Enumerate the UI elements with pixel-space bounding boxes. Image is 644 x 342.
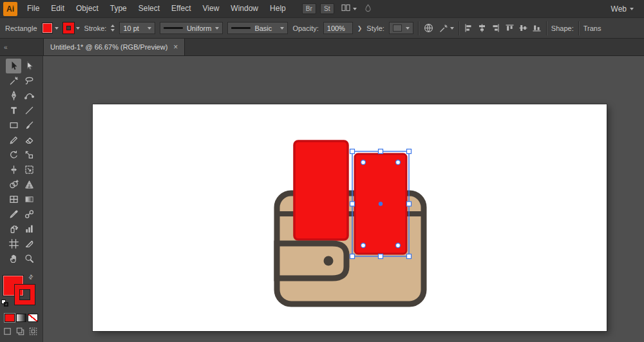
menu-edit[interactable]: Edit — [45, 0, 70, 17]
stroke-weight-field[interactable]: 10 pt — [119, 22, 155, 34]
stroke-weight-stepper[interactable] — [111, 24, 115, 32]
mesh-tool[interactable] — [6, 192, 21, 207]
live-corner-widget[interactable] — [361, 243, 366, 248]
collapse-toolbar-chevrons[interactable]: « — [0, 39, 43, 55]
align-vertical-top-button[interactable] — [505, 23, 515, 33]
wallet-button-shape[interactable] — [324, 256, 334, 266]
style-swatch-icon — [393, 24, 402, 32]
column-graph-tool[interactable] — [21, 222, 37, 236]
caret-down-icon — [630, 8, 634, 10]
workspace-switcher[interactable]: Web — [611, 5, 634, 14]
none-button[interactable] — [28, 314, 38, 322]
stroke-proxy-swatch[interactable] — [15, 285, 35, 305]
paintbrush-tool[interactable] — [21, 118, 37, 133]
selection-handle[interactable] — [350, 149, 355, 154]
symbol-sprayer-tool[interactable] — [6, 222, 21, 236]
artboard[interactable] — [93, 104, 607, 331]
scale-tool[interactable] — [21, 147, 37, 162]
direct-selection-tool[interactable] — [21, 59, 37, 73]
rectangle-tool[interactable] — [6, 118, 21, 133]
free-transform-tool[interactable] — [21, 162, 37, 177]
tab-close-button[interactable]: × — [173, 43, 178, 51]
draw-behind-mode-icon[interactable] — [15, 327, 25, 336]
curvature-tool[interactable] — [21, 88, 37, 103]
select-similar-button[interactable] — [439, 23, 454, 33]
caret-down-icon — [215, 27, 219, 30]
tool-icon — [8, 179, 19, 190]
style-dropdown[interactable] — [389, 22, 413, 34]
fill-stroke-control: ⇄ — [1, 275, 41, 307]
selection-handle[interactable] — [407, 202, 412, 206]
opacity-label: Opacity: — [292, 24, 318, 32]
shape-builder-tool[interactable] — [6, 177, 21, 192]
wallet-pocket-shape[interactable] — [277, 243, 346, 278]
menu-select[interactable]: Select — [133, 0, 166, 17]
menu-window[interactable]: Window — [225, 0, 264, 17]
selection-tool[interactable] — [6, 59, 21, 73]
live-corner-widget[interactable] — [396, 160, 401, 165]
zoom-tool[interactable] — [21, 251, 37, 266]
caret-down-icon — [353, 8, 357, 10]
selection-handle[interactable] — [379, 254, 383, 259]
stroke-color-control[interactable] — [63, 23, 80, 33]
red-card-shape[interactable] — [294, 141, 348, 240]
align-horizontal-left-button[interactable] — [464, 23, 473, 33]
type-tool[interactable] — [6, 103, 21, 118]
touch-workspace-button[interactable] — [363, 3, 373, 15]
menu-view[interactable]: View — [197, 0, 225, 17]
lasso-tool[interactable] — [21, 73, 37, 88]
default-fill-stroke-button[interactable] — [1, 299, 10, 307]
pen-tool[interactable] — [6, 88, 21, 103]
go-to-bridge-button[interactable]: Br — [302, 3, 316, 14]
adobe-stock-button[interactable]: St — [320, 3, 334, 14]
rotate-tool[interactable] — [6, 147, 21, 162]
tool-icon — [8, 105, 19, 116]
align-vertical-bottom-button[interactable] — [532, 23, 542, 33]
selection-handle[interactable] — [407, 254, 412, 259]
brush-definition-dropdown[interactable]: Basic — [227, 22, 288, 34]
arrange-documents-button[interactable] — [341, 3, 357, 15]
hand-tool[interactable] — [6, 251, 21, 266]
recolor-artwork-button[interactable] — [423, 23, 434, 33]
magic-wand-tool[interactable] — [6, 73, 21, 88]
document-tab[interactable]: Untitled-1* @ 66.67% (RGB/Preview) × — [43, 39, 185, 55]
canvas-pasteboard[interactable] — [43, 56, 644, 342]
selection-handle[interactable] — [379, 149, 383, 154]
selection-handle[interactable] — [407, 149, 412, 154]
width-tool[interactable] — [6, 162, 21, 177]
pencil-tool[interactable] — [6, 133, 21, 147]
blend-tool[interactable] — [21, 207, 37, 222]
align-horizontal-right-button[interactable] — [491, 23, 500, 33]
live-corner-widget[interactable] — [396, 243, 401, 248]
width-profile-dropdown[interactable]: Uniform — [160, 22, 223, 34]
fill-color-control[interactable] — [42, 23, 59, 33]
artboard-tool[interactable] — [6, 236, 21, 251]
selection-handle[interactable] — [350, 202, 355, 206]
slice-tool[interactable] — [21, 236, 37, 251]
opacity-panel-chevron-icon[interactable]: ❯ — [357, 25, 363, 32]
opacity-field[interactable]: 100% — [323, 22, 353, 34]
gradient-tool[interactable] — [21, 192, 37, 207]
eraser-tool[interactable] — [21, 133, 37, 147]
color-button[interactable] — [5, 314, 15, 322]
selection-center-point[interactable] — [379, 202, 383, 205]
menu-file[interactable]: File — [21, 0, 45, 17]
align-vertical-center-button[interactable] — [518, 23, 528, 33]
tool-icon — [24, 135, 35, 146]
tool-icon — [8, 223, 19, 234]
eyedropper-tool[interactable] — [6, 207, 21, 222]
gradient-button[interactable] — [16, 314, 26, 322]
draw-normal-mode-icon[interactable] — [3, 327, 12, 336]
menu-type[interactable]: Type — [104, 0, 133, 17]
line-segment-tool[interactable] — [21, 103, 37, 118]
swap-fill-stroke-icon[interactable]: ⇄ — [27, 273, 35, 281]
align-horizontal-center-button[interactable] — [477, 23, 487, 33]
menu-effect[interactable]: Effect — [166, 0, 196, 17]
menu-object[interactable]: Object — [70, 0, 104, 17]
menu-help[interactable]: Help — [264, 0, 292, 17]
draw-inside-mode-icon[interactable] — [28, 327, 38, 336]
fill-swatch-icon — [42, 23, 53, 33]
live-corner-widget[interactable] — [361, 160, 366, 165]
perspective-grid-tool[interactable] — [21, 177, 37, 192]
selection-handle[interactable] — [350, 254, 355, 259]
